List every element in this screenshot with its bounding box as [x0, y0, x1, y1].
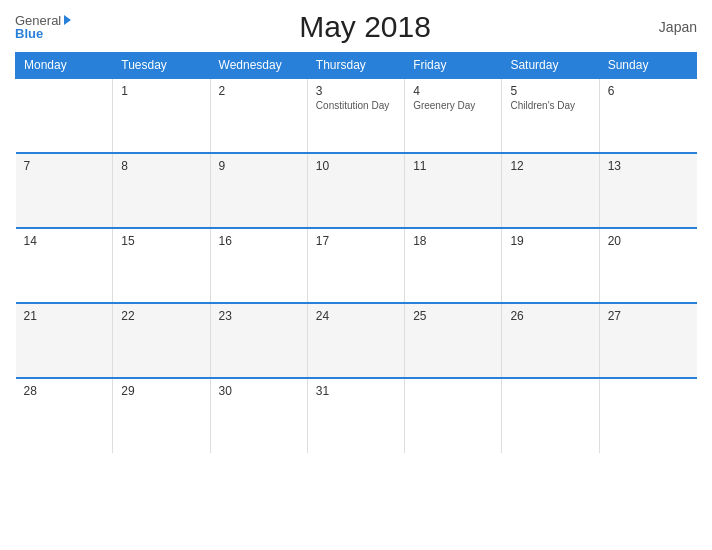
- calendar-cell: 18: [405, 228, 502, 303]
- calendar-week-row: 21222324252627: [16, 303, 697, 378]
- calendar-cell: [405, 378, 502, 453]
- calendar-week-row: 28293031: [16, 378, 697, 453]
- calendar-cell: 19: [502, 228, 599, 303]
- calendar-week-row: 123Constitution Day4Greenery Day5Childre…: [16, 78, 697, 153]
- day-number: 7: [24, 159, 105, 173]
- day-number: 8: [121, 159, 201, 173]
- country-label: Japan: [659, 19, 697, 35]
- day-number: 1: [121, 84, 201, 98]
- page-header: General Blue May 2018 Japan: [15, 10, 697, 44]
- day-number: 9: [219, 159, 299, 173]
- day-number: 20: [608, 234, 689, 248]
- holiday-label: Children's Day: [510, 100, 590, 111]
- calendar-cell: 12: [502, 153, 599, 228]
- calendar-cell: 23: [210, 303, 307, 378]
- calendar-cell: 20: [599, 228, 696, 303]
- day-number: 17: [316, 234, 396, 248]
- day-number: 12: [510, 159, 590, 173]
- calendar-header: MondayTuesdayWednesdayThursdayFridaySatu…: [16, 53, 697, 79]
- day-of-week-header: Monday: [16, 53, 113, 79]
- calendar-cell: 22: [113, 303, 210, 378]
- calendar-cell: 29: [113, 378, 210, 453]
- day-number: 22: [121, 309, 201, 323]
- day-of-week-header: Tuesday: [113, 53, 210, 79]
- day-number: 28: [24, 384, 105, 398]
- calendar-cell: [502, 378, 599, 453]
- calendar-cell: [16, 78, 113, 153]
- day-number: 4: [413, 84, 493, 98]
- calendar-cell: 4Greenery Day: [405, 78, 502, 153]
- calendar-cell: 24: [307, 303, 404, 378]
- calendar-table: MondayTuesdayWednesdayThursdayFridaySatu…: [15, 52, 697, 453]
- day-number: 5: [510, 84, 590, 98]
- day-number: 29: [121, 384, 201, 398]
- day-number: 13: [608, 159, 689, 173]
- days-of-week-row: MondayTuesdayWednesdayThursdayFridaySatu…: [16, 53, 697, 79]
- day-number: 31: [316, 384, 396, 398]
- logo-blue-text: Blue: [15, 27, 43, 40]
- calendar-cell: 15: [113, 228, 210, 303]
- logo-triangle-icon: [64, 15, 71, 25]
- calendar-cell: 11: [405, 153, 502, 228]
- day-number: 16: [219, 234, 299, 248]
- calendar-title: May 2018: [299, 10, 431, 44]
- calendar-cell: 14: [16, 228, 113, 303]
- calendar-cell: [599, 378, 696, 453]
- calendar-cell: 13: [599, 153, 696, 228]
- calendar-cell: 6: [599, 78, 696, 153]
- day-number: 14: [24, 234, 105, 248]
- calendar-cell: 3Constitution Day: [307, 78, 404, 153]
- day-number: 30: [219, 384, 299, 398]
- logo: General Blue: [15, 14, 71, 40]
- holiday-label: Constitution Day: [316, 100, 396, 111]
- calendar-cell: 5Children's Day: [502, 78, 599, 153]
- day-number: 2: [219, 84, 299, 98]
- day-number: 21: [24, 309, 105, 323]
- day-number: 3: [316, 84, 396, 98]
- calendar-week-row: 78910111213: [16, 153, 697, 228]
- day-number: 11: [413, 159, 493, 173]
- day-number: 24: [316, 309, 396, 323]
- day-number: 18: [413, 234, 493, 248]
- day-number: 15: [121, 234, 201, 248]
- holiday-label: Greenery Day: [413, 100, 493, 111]
- day-number: 23: [219, 309, 299, 323]
- calendar-cell: 26: [502, 303, 599, 378]
- calendar-cell: 16: [210, 228, 307, 303]
- calendar-cell: 25: [405, 303, 502, 378]
- day-of-week-header: Wednesday: [210, 53, 307, 79]
- calendar-body: 123Constitution Day4Greenery Day5Childre…: [16, 78, 697, 453]
- calendar-cell: 7: [16, 153, 113, 228]
- calendar-cell: 17: [307, 228, 404, 303]
- calendar-cell: 28: [16, 378, 113, 453]
- day-number: 25: [413, 309, 493, 323]
- calendar-cell: 8: [113, 153, 210, 228]
- day-of-week-header: Friday: [405, 53, 502, 79]
- day-number: 10: [316, 159, 396, 173]
- calendar-cell: 27: [599, 303, 696, 378]
- calendar-cell: 30: [210, 378, 307, 453]
- day-of-week-header: Saturday: [502, 53, 599, 79]
- day-of-week-header: Sunday: [599, 53, 696, 79]
- day-number: 19: [510, 234, 590, 248]
- calendar-cell: 2: [210, 78, 307, 153]
- calendar-cell: 9: [210, 153, 307, 228]
- calendar-cell: 21: [16, 303, 113, 378]
- day-number: 26: [510, 309, 590, 323]
- calendar-cell: 10: [307, 153, 404, 228]
- day-of-week-header: Thursday: [307, 53, 404, 79]
- calendar-week-row: 14151617181920: [16, 228, 697, 303]
- calendar-cell: 31: [307, 378, 404, 453]
- day-number: 27: [608, 309, 689, 323]
- day-number: 6: [608, 84, 689, 98]
- calendar-cell: 1: [113, 78, 210, 153]
